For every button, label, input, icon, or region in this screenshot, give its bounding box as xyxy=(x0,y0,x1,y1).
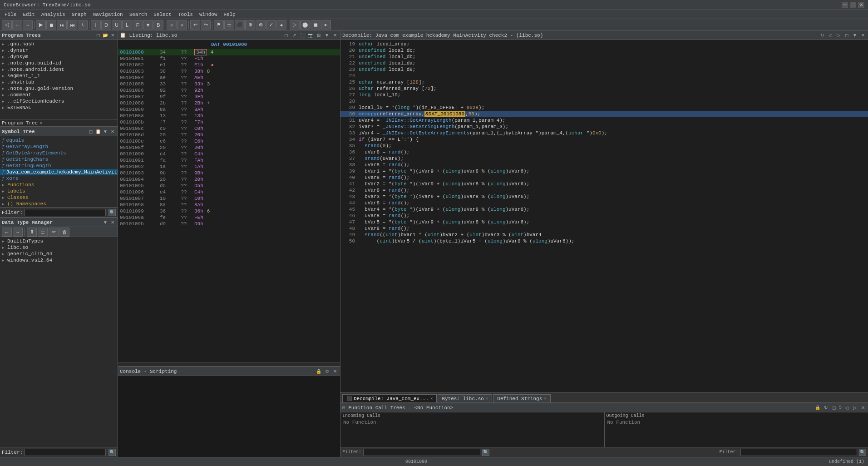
tab-defined-strings[interactable]: Defined Strings ✕ xyxy=(493,394,550,402)
menu-analysis[interactable]: Analysis xyxy=(39,10,68,19)
console-icon-2[interactable]: ⚙ xyxy=(324,368,330,375)
tb-btn-4[interactable]: ▶ xyxy=(36,20,46,30)
fct-close[interactable]: ✕ xyxy=(860,405,866,411)
listing-row-21[interactable]: 00101095 d5 ?? D5h xyxy=(118,183,340,189)
fct-icon-4[interactable]: ◁ xyxy=(843,405,850,411)
tb-btn-18[interactable]: ↩ xyxy=(190,20,200,30)
decompile-icon-5[interactable]: ▼ xyxy=(852,32,858,39)
tree-item-note-gnu[interactable]: ▶ .note.gnu.build-id xyxy=(0,60,118,66)
fct-icon-2[interactable]: ↻ xyxy=(823,405,829,411)
listing-row-0[interactable]: 00101080 34 ?? 34h 4 xyxy=(118,49,340,55)
sym-group-classes[interactable]: ▶ Classes xyxy=(0,194,118,201)
dtm-windows[interactable]: ▶ windows_vs12_64 xyxy=(0,257,118,263)
st-close[interactable]: ✕ xyxy=(109,129,116,135)
listing-icon-1[interactable]: ◻ xyxy=(283,32,289,39)
listing-row-12[interactable]: 0010108c c0 ?? C0h xyxy=(118,125,340,132)
decompile-icon-3[interactable]: ▷ xyxy=(835,32,842,39)
menu-file[interactable]: File xyxy=(2,10,19,19)
listing-row-8[interactable]: 00101088 2b ?? 2Bh + xyxy=(118,100,340,106)
tb-btn-20[interactable]: ⚑ xyxy=(214,20,224,30)
tb-btn-19[interactable]: ↪ xyxy=(201,20,211,30)
tb-btn-27[interactable]: ▷ xyxy=(290,20,300,30)
tree-item-comment[interactable]: ▶ .comment xyxy=(0,92,118,98)
listing-close[interactable]: ✕ xyxy=(332,32,338,39)
listing-row-17[interactable]: 00101091 fa ?? FAh xyxy=(118,157,340,164)
listing-row-3[interactable]: 00101083 38 ?? 38h 8 xyxy=(118,68,340,74)
fct-icon-3[interactable]: ◻ xyxy=(831,405,837,411)
tree-item-note-gold[interactable]: ▶ .note.gnu.gold-version xyxy=(0,85,118,92)
menu-graph[interactable]: Graph xyxy=(69,10,89,19)
sym-group-functions[interactable]: ▶ Functions xyxy=(0,182,118,188)
dtm-filter-btn[interactable]: 🔍 xyxy=(108,449,116,456)
sym-getarraylength[interactable]: ƒ GetArrayLength xyxy=(0,144,118,150)
listing-row-18[interactable]: 00101092 1a ?? 1Ah xyxy=(118,164,340,170)
dtm-close[interactable]: ✕ xyxy=(109,219,116,226)
st-icon-3[interactable]: ▼ xyxy=(102,129,108,135)
tb-nav-back[interactable]: ← xyxy=(12,20,22,30)
tree-item-segment[interactable]: ▶ segment_1_1 xyxy=(0,73,118,79)
tb-btn-14[interactable]: ▼ xyxy=(143,20,153,30)
minimize-button[interactable]: ─ xyxy=(842,2,848,8)
tb-btn-17[interactable]: » xyxy=(177,20,187,30)
tab-decompile[interactable]: ⬛ Decompile: Java_com_ex... ✕ xyxy=(342,394,437,402)
fct-filter-input-right[interactable] xyxy=(740,449,858,456)
decompile-refresh[interactable]: ↻ xyxy=(819,32,825,39)
tb-btn-7[interactable]: ⏮ xyxy=(67,20,77,30)
listing-row-25[interactable]: 00101099 36 ?? 36h 6 xyxy=(118,208,340,214)
console-icon-1[interactable]: 🔒 xyxy=(316,368,322,375)
decompile-content[interactable]: 19 uchar local_aray; 20 undefined local_… xyxy=(340,40,868,392)
st-icon-1[interactable]: ◻ xyxy=(88,129,94,135)
listing-icon-5[interactable]: ⊞ xyxy=(316,32,322,39)
listing-scrollbar[interactable] xyxy=(118,362,340,366)
menu-edit[interactable]: Edit xyxy=(20,10,37,19)
listing-row-5[interactable]: 00101085 33 ?? 33h 3 xyxy=(118,81,340,87)
dtm-tb-4[interactable]: ☰ xyxy=(38,228,48,237)
listing-row-13[interactable]: 0010108d 20 ?? 20h xyxy=(118,132,340,138)
dtm-tb-5[interactable]: ✏ xyxy=(49,228,59,237)
listing-icon-6[interactable]: ▼ xyxy=(324,32,330,39)
tb-btn-13[interactable]: F xyxy=(133,20,143,30)
dtm-generic[interactable]: ▶ generic_clib_64 xyxy=(0,251,118,257)
sym-xors[interactable]: ƒ xors xyxy=(0,175,118,182)
dtm-filter-input[interactable] xyxy=(25,449,106,456)
listing-row-9[interactable]: 00101089 8a ?? 8Ah xyxy=(118,106,340,113)
dtm-libcso[interactable]: ▶ libc.so xyxy=(0,244,118,251)
tb-btn-9[interactable]: I xyxy=(91,20,101,30)
fct-icon-5[interactable]: ▷ xyxy=(852,405,858,411)
listing-icon-2[interactable]: ↗ xyxy=(291,32,297,39)
dtm-tb-6[interactable]: 🗑 xyxy=(59,228,69,237)
console-close[interactable]: ✕ xyxy=(332,368,338,375)
tb-btn-23[interactable]: ⊕ xyxy=(245,20,255,30)
listing-row-14[interactable]: 0010108e e6 ?? E6h xyxy=(118,138,340,144)
pt-icon-1[interactable]: ◻ xyxy=(95,32,101,39)
filter-search-btn[interactable]: 🔍 xyxy=(108,209,116,216)
listing-row-24[interactable]: 00101098 8a ?? 8Ah xyxy=(118,202,340,208)
tree-item-external[interactable]: ▶ EXTERNAL xyxy=(0,104,118,111)
sym-equals[interactable]: ƒ equals xyxy=(0,137,118,144)
tb-btn-15[interactable]: B xyxy=(153,20,163,30)
tb-btn-22[interactable]: ⬛ xyxy=(235,20,245,30)
close-button[interactable]: ✕ xyxy=(858,2,864,8)
fct-filter-btn-left[interactable]: 🔍 xyxy=(482,449,489,456)
listing-row-11[interactable]: 0010108b f7 ?? F7h xyxy=(118,119,340,125)
tb-btn-8[interactable]: ⤹ xyxy=(78,20,88,30)
symbol-tree-filter-input[interactable] xyxy=(25,209,106,216)
dtm-tb-2[interactable]: → xyxy=(13,228,23,237)
listing-row-7[interactable]: 00101087 9f ?? 9Fh xyxy=(118,94,340,100)
sym-getstringchars[interactable]: ƒ GetStringChars xyxy=(0,156,118,163)
decompile-icon-4[interactable]: ◻ xyxy=(843,32,850,39)
listing-row-4[interactable]: 00101084 ae ?? AEh xyxy=(118,74,340,81)
listing-icon-4[interactable]: 📷 xyxy=(307,32,314,39)
tree-item-gnu-hash[interactable]: ▶ .gnu.hash xyxy=(0,41,118,47)
tree-item-dynstr[interactable]: ▶ .dynstr xyxy=(0,47,118,54)
tb-btn-21[interactable]: ☰ xyxy=(224,20,234,30)
listing-row-1[interactable]: 00101081 f1 ?? F1h xyxy=(118,55,340,62)
sym-java-main[interactable]: ƒ Java_com_example_hckademy_MainActivity… xyxy=(0,169,118,175)
tree-item-note-android[interactable]: ▶ .note.android.ident xyxy=(0,66,118,73)
listing-row-6[interactable]: 00101086 92 ?? 92h xyxy=(118,87,340,94)
fct-filter-btn-right[interactable]: 🔍 xyxy=(859,449,866,456)
tree-item-dynsym[interactable]: ▶ .dynsym xyxy=(0,54,118,60)
fct-filter-input-left[interactable] xyxy=(363,449,480,456)
decompile-close[interactable]: ✕ xyxy=(860,32,866,39)
listing-row-19[interactable]: 00101093 9b ?? 9Bh xyxy=(118,170,340,176)
